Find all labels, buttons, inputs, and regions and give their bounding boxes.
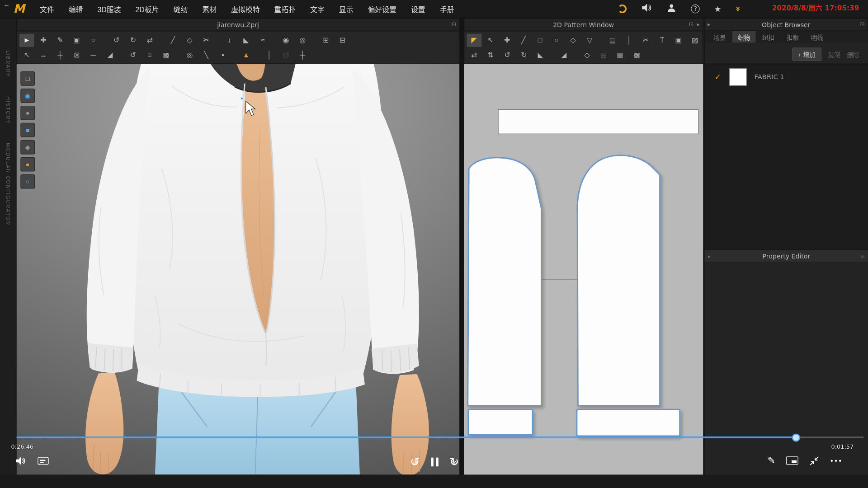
menu-item[interactable]: 编辑 (61, 0, 90, 18)
copy-fabric-button[interactable]: 复制 (828, 50, 840, 59)
iron-tool[interactable]: ◢ (557, 48, 571, 61)
avatar-xray-tool[interactable]: ⊠ (69, 48, 84, 61)
sewing-edit-tool[interactable]: ✎ (52, 33, 67, 47)
lock-tool[interactable]: ▪ (215, 48, 230, 61)
unfold-tool[interactable]: ◣ (533, 48, 548, 61)
show-pose-toggle[interactable]: ● (20, 157, 35, 172)
show-seam-2d-tool[interactable]: ▤ (596, 48, 611, 61)
side-tab-modular-configurator[interactable]: MODULAR CONFIGURATOR (5, 143, 11, 225)
side-tab-history[interactable]: HISTORY (5, 96, 11, 124)
account-icon[interactable] (667, 3, 677, 15)
collapse-panel-icon[interactable]: ▸ (708, 21, 710, 27)
tab-button[interactable]: 纽扣 (757, 31, 780, 43)
rotate-ccw-tool[interactable]: ↺ (500, 48, 515, 61)
show-wind-toggle[interactable]: ○ (20, 174, 35, 189)
menu-item[interactable]: 3D服装 (90, 0, 128, 18)
back-button[interactable]: ← (2, 0, 11, 8)
2d-pattern-canvas[interactable] (464, 64, 703, 475)
menu-item[interactable]: 重拓扑 (267, 0, 303, 18)
collapse-toolbar-icon[interactable]: » (733, 6, 743, 12)
fabric-swatch[interactable] (729, 68, 746, 86)
buttonhole-tool[interactable]: ◎ (295, 33, 310, 47)
layers-tool[interactable]: ≡ (142, 48, 157, 61)
show-grain-tool[interactable]: ▦ (613, 48, 628, 61)
flip-vertical-tool[interactable]: ⇅ (483, 48, 498, 61)
tab-buttonhole[interactable]: 扣眼 (781, 31, 804, 43)
tab-fabric[interactable]: 织物 (732, 31, 755, 43)
rotate-view-tool[interactable]: ↺ (126, 48, 141, 61)
flatten-tool[interactable]: ◢ (103, 48, 118, 61)
cut-pattern-tool[interactable]: ✂ (638, 33, 653, 47)
show-arrangement-toggle[interactable]: ◆ (20, 140, 35, 155)
float-window-icon[interactable]: ⊡ (860, 253, 864, 258)
menu-item[interactable]: 偏好设置 (360, 0, 404, 18)
remove-sewing-tool[interactable]: ✂ (199, 33, 214, 47)
circle-tool[interactable]: ○ (549, 33, 564, 47)
multi-view-tool[interactable]: ⊟ (335, 33, 350, 47)
avatar-move-tool[interactable]: ↔ (36, 48, 51, 61)
edit-pattern-tool[interactable]: ↖ (483, 33, 498, 47)
dart-tool[interactable]: ▽ (582, 33, 597, 47)
fold-arrangement-tool[interactable]: ◣ (239, 33, 254, 47)
show-avatar-toggle[interactable]: ◉ (20, 89, 35, 103)
forward-30-button[interactable]: ↻ 30 (447, 455, 462, 469)
show-garment-toggle[interactable]: □ (20, 71, 35, 86)
ruler-tool[interactable]: │ (262, 48, 277, 61)
delete-fabric-button[interactable]: 删除 (847, 50, 859, 59)
add-fabric-button[interactable]: + 增加 (792, 47, 821, 61)
notch-tool[interactable]: │ (622, 33, 637, 47)
reset-arrangement-tool[interactable]: ↺ (109, 33, 124, 47)
sync-2d3d-tool[interactable]: ⇄ (142, 33, 157, 47)
lasso-select-tool[interactable]: ○ (86, 33, 101, 47)
pen-tool[interactable]: ╱ (516, 33, 531, 47)
grading-tool[interactable]: ▣ (671, 33, 686, 47)
menu-item[interactable]: 设置 (404, 0, 433, 18)
show-grid-tool[interactable]: ⊞ (318, 33, 333, 47)
help-icon[interactable]: ? (691, 5, 700, 14)
menu-item[interactable]: 缝纫 (166, 0, 195, 18)
text-tool[interactable]: T (655, 33, 670, 47)
box-select-tool[interactable]: ▣ (69, 33, 84, 47)
more-options-button[interactable]: ••• (830, 456, 843, 465)
guide-line-tool[interactable]: ╲ (199, 48, 214, 61)
pause-button[interactable] (431, 458, 438, 467)
menu-item[interactable]: 文件 (33, 0, 61, 18)
fabric-row[interactable]: ✓ FABRIC 1 (705, 64, 868, 89)
tape-measure-tool[interactable]: ─ (86, 48, 101, 61)
select-move-tool[interactable]: ► (19, 33, 34, 47)
seam-allowance-tool[interactable]: ▤ (605, 33, 620, 47)
pattern-outline-tool[interactable]: ▩ (629, 48, 644, 61)
texture-editor-tool[interactable]: ▨ (688, 33, 703, 47)
menu-item[interactable]: 文字 (303, 0, 332, 18)
show-mannequin-toggle[interactable]: ● (20, 106, 35, 120)
collapse-panel-icon[interactable]: ▸ (708, 253, 711, 258)
sync-license-icon[interactable] (618, 5, 627, 14)
texture-checker-tool[interactable]: ▩ (159, 48, 174, 61)
volume-icon[interactable] (641, 3, 652, 15)
menu-item[interactable]: 显示 (332, 0, 361, 18)
measure-tool[interactable]: ┼ (295, 48, 310, 61)
avatar-display-tool[interactable]: ↖ (19, 48, 34, 61)
menu-item[interactable]: 素材 (195, 0, 224, 18)
float-window-icon[interactable]: ⊡ (452, 21, 456, 27)
add-point-tool[interactable]: ✚ (500, 33, 514, 47)
collapse-panel-icon[interactable]: ▸ (697, 21, 700, 27)
focus-tool[interactable]: ◎ (182, 48, 197, 61)
show-sewing-2d-tool[interactable]: ◇ (580, 48, 594, 61)
line-sewing-tool[interactable]: ╱ (165, 33, 180, 47)
flip-horizontal-tool[interactable]: ⇄ (467, 48, 481, 61)
video-progress-bar[interactable] (17, 436, 863, 438)
rectangle-tool[interactable]: □ (533, 33, 547, 47)
side-tab-library[interactable]: LIBRARY (5, 50, 11, 77)
render-window-tool[interactable]: □ (278, 48, 293, 61)
wind-effect-tool[interactable]: ≈ (255, 33, 270, 47)
float-window-icon[interactable]: ⊡ (689, 21, 693, 27)
avatar-joints-tool[interactable]: ┼ (52, 48, 67, 61)
exit-fullscreen-button[interactable] (810, 455, 820, 465)
annotate-button[interactable]: ✎ (767, 455, 775, 467)
pin-drag-tool[interactable]: ↓ (222, 33, 237, 47)
steam-brush-tool[interactable]: ▲ (239, 48, 254, 61)
polygon-tool[interactable]: ◇ (566, 33, 580, 47)
add-pin-tool[interactable]: ✚ (36, 33, 51, 47)
rearrange-tool[interactable]: ↻ (126, 33, 141, 47)
